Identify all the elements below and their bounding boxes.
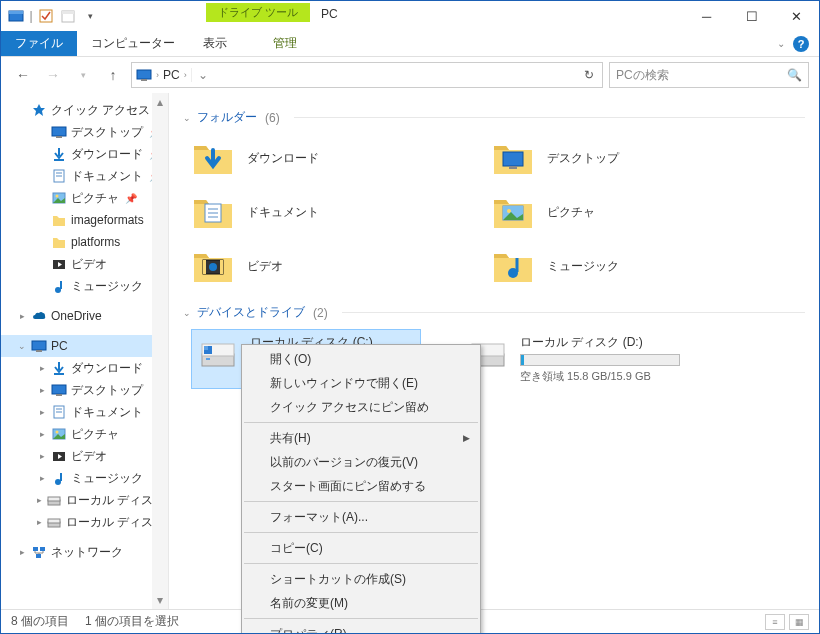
tree-quick-item-1[interactable]: ダウンロード📌 xyxy=(1,143,168,165)
tree-caret-icon[interactable]: ▸ xyxy=(37,363,47,373)
tree-quick-item-3[interactable]: ピクチャ📌 xyxy=(1,187,168,209)
tree-quick-item-0[interactable]: デスクトップ📌 xyxy=(1,121,168,143)
search-icon[interactable]: 🔍 xyxy=(787,68,802,82)
tree-pc-item-2[interactable]: ▸ドキュメント xyxy=(1,401,168,423)
folder-item-pictures[interactable]: ピクチャ xyxy=(491,188,751,236)
tiles-view-button[interactable]: ▦ xyxy=(789,614,809,630)
folder-label: ピクチャ xyxy=(547,204,595,221)
ribbon-tab-manage[interactable]: 管理 xyxy=(259,31,311,56)
details-view-button[interactable]: ≡ xyxy=(765,614,785,630)
tree-network[interactable]: ▸ネットワーク xyxy=(1,541,168,563)
crumb-chevron-icon[interactable]: › xyxy=(184,70,187,80)
folder-item-desktop[interactable]: デスクトップ xyxy=(491,134,751,182)
help-icon[interactable]: ? xyxy=(793,36,809,52)
tree-quick-access[interactable]: クイック アクセス xyxy=(1,99,168,121)
tree-quick-item-7[interactable]: ミュージック xyxy=(1,275,168,297)
tree-caret-icon[interactable]: ▸ xyxy=(17,311,27,321)
tree-caret-icon[interactable]: ▸ xyxy=(37,429,47,439)
qat-new-folder-icon[interactable] xyxy=(57,5,79,27)
context-item-4[interactable]: 共有(H)▶ xyxy=(242,426,480,450)
up-button[interactable]: ↑ xyxy=(101,63,125,87)
breadcrumb-pc[interactable]: PC xyxy=(163,68,180,82)
drive-free-text: 空き領域 15.8 GB/15.9 GB xyxy=(520,369,686,384)
qat-properties-icon[interactable] xyxy=(35,5,57,27)
folders-group-header[interactable]: ⌄ フォルダー (6) xyxy=(183,109,805,126)
folder-item-videos[interactable]: ビデオ xyxy=(191,242,451,290)
context-item-label: フォーマット(A)... xyxy=(270,509,368,526)
sidebar-scrollbar[interactable]: ▴▾ xyxy=(152,93,168,609)
tree-pc-item-3[interactable]: ▸ピクチャ xyxy=(1,423,168,445)
ribbon-tab-computer[interactable]: コンピューター xyxy=(77,31,189,56)
back-button[interactable]: ← xyxy=(11,63,35,87)
scroll-down-icon[interactable]: ▾ xyxy=(157,593,163,607)
recent-locations-dropdown[interactable]: ▾ xyxy=(71,63,95,87)
tree-onedrive[interactable]: ▸OneDrive xyxy=(1,305,168,327)
refresh-button[interactable]: ↻ xyxy=(580,68,598,82)
ribbon-minimize-icon[interactable]: ⌄ xyxy=(777,38,785,49)
pictures-icon xyxy=(51,426,67,442)
context-separator xyxy=(244,422,478,423)
qat-dropdown-icon[interactable]: ▾ xyxy=(79,5,101,27)
tree-pc-item-7[interactable]: ▸ローカル ディスク (D xyxy=(1,511,168,533)
folder-item-documents[interactable]: ドキュメント xyxy=(191,188,451,236)
svg-point-28 xyxy=(56,431,59,434)
context-item-12[interactable]: ショートカットの作成(S) xyxy=(242,567,480,591)
tree-caret-icon[interactable]: ▸ xyxy=(17,547,27,557)
music-icon xyxy=(51,278,67,294)
tree-quick-item-4[interactable]: imageformats xyxy=(1,209,168,231)
tree-pc-item-6[interactable]: ▸ローカル ディスク (C xyxy=(1,489,168,511)
collapse-icon[interactable]: ⌄ xyxy=(183,113,191,123)
tree-caret-icon[interactable]: ▸ xyxy=(37,473,47,483)
status-item-count: 8 個の項目 xyxy=(11,613,69,630)
tree-quick-item-2[interactable]: ドキュメント📌 xyxy=(1,165,168,187)
drives-group-header[interactable]: ⌄ デバイスとドライブ (2) xyxy=(183,304,805,321)
tree-caret-icon[interactable]: ▸ xyxy=(37,451,47,461)
maximize-button[interactable]: ☐ xyxy=(729,1,774,31)
tree-caret-icon[interactable]: ▸ xyxy=(37,495,42,505)
context-item-5[interactable]: 以前のバージョンの復元(V) xyxy=(242,450,480,474)
tree-pc[interactable]: ⌄PC xyxy=(1,335,168,357)
app-icon[interactable] xyxy=(5,5,27,27)
context-item-15[interactable]: プロパティ(R) xyxy=(242,622,480,634)
close-button[interactable]: ✕ xyxy=(774,1,819,31)
folder-item-music[interactable]: ミュージック xyxy=(491,242,751,290)
address-history-dropdown[interactable]: ⌄ xyxy=(191,68,214,82)
folder-item-downloads[interactable]: ダウンロード xyxy=(191,134,451,182)
svg-rect-2 xyxy=(40,10,52,22)
tree-label: ネットワーク xyxy=(51,544,123,561)
context-item-0[interactable]: 開く(O) xyxy=(242,347,480,371)
ribbon-tab-view[interactable]: 表示 xyxy=(189,31,241,56)
tree-label: デスクトップ xyxy=(71,124,143,141)
pictures-icon xyxy=(491,192,535,232)
tree-quick-item-5[interactable]: platforms xyxy=(1,231,168,253)
tree-caret-icon[interactable]: ▸ xyxy=(37,385,47,395)
ribbon-file-tab[interactable]: ファイル xyxy=(1,31,77,56)
context-item-13[interactable]: 名前の変更(M) xyxy=(242,591,480,615)
tree-pc-item-5[interactable]: ▸ミュージック xyxy=(1,467,168,489)
tree-pc-item-1[interactable]: ▸デスクトップ xyxy=(1,379,168,401)
drive-item-1[interactable]: ローカル ディスク (D:)空き領域 15.8 GB/15.9 GB xyxy=(461,329,691,389)
tree-quick-item-6[interactable]: ビデオ xyxy=(1,253,168,275)
context-item-2[interactable]: クイック アクセスにピン留め xyxy=(242,395,480,419)
tree-caret-icon[interactable]: ⌄ xyxy=(17,341,27,351)
collapse-icon[interactable]: ⌄ xyxy=(183,308,191,318)
context-item-10[interactable]: コピー(C) xyxy=(242,536,480,560)
address-bar[interactable]: › PC › ⌄ ↻ xyxy=(131,62,603,88)
context-item-1[interactable]: 新しいウィンドウで開く(E) xyxy=(242,371,480,395)
tree-label: ミュージック xyxy=(71,470,143,487)
search-input[interactable]: PCの検索 🔍 xyxy=(609,62,809,88)
tree-caret-icon[interactable]: ▸ xyxy=(37,407,47,417)
svg-rect-39 xyxy=(503,152,523,166)
minimize-button[interactable]: ─ xyxy=(684,1,729,31)
svg-rect-40 xyxy=(509,166,517,169)
tree-pc-item-4[interactable]: ▸ビデオ xyxy=(1,445,168,467)
forward-button[interactable]: → xyxy=(41,63,65,87)
crumb-root-chevron-icon[interactable]: › xyxy=(156,70,159,80)
folder-label: ミュージック xyxy=(547,258,619,275)
tree-pc-item-0[interactable]: ▸ダウンロード xyxy=(1,357,168,379)
scroll-up-icon[interactable]: ▴ xyxy=(157,95,163,109)
context-item-6[interactable]: スタート画面にピン留めする xyxy=(242,474,480,498)
context-item-8[interactable]: フォーマット(A)... xyxy=(242,505,480,529)
folders-group-count: (6) xyxy=(265,111,280,125)
tree-caret-icon[interactable]: ▸ xyxy=(37,517,42,527)
